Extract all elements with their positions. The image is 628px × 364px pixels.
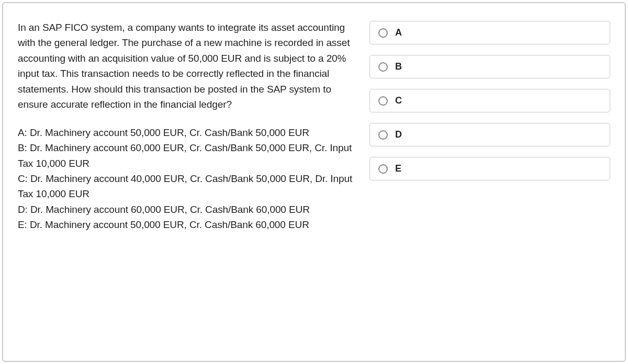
- option-c[interactable]: C: [369, 89, 610, 112]
- option-a[interactable]: A: [369, 21, 610, 44]
- option-label-c: C: [395, 95, 402, 106]
- option-label-b: B: [395, 61, 402, 72]
- option-label-e: E: [395, 163, 401, 174]
- answer-descriptions: A: Dr. Machinery account 50,000 EUR, Cr.…: [18, 125, 353, 233]
- option-d[interactable]: D: [369, 123, 610, 146]
- options-column: A B C D E: [369, 20, 610, 344]
- question-column: In an SAP FICO system, a company wants t…: [18, 20, 353, 344]
- answer-description-a: A: Dr. Machinery account 50,000 EUR, Cr.…: [18, 125, 353, 140]
- option-label-a: A: [395, 27, 402, 38]
- radio-icon: [378, 130, 388, 140]
- radio-icon: [378, 62, 388, 72]
- question-text: In an SAP FICO system, a company wants t…: [18, 20, 353, 112]
- answer-description-c: C: Dr. Machinery account 40,000 EUR, Cr.…: [18, 171, 353, 202]
- answer-description-e: E: Dr. Machinery account 50,000 EUR, Cr.…: [18, 217, 353, 232]
- option-e[interactable]: E: [369, 157, 610, 180]
- quiz-container: In an SAP FICO system, a company wants t…: [2, 2, 626, 362]
- radio-icon: [378, 28, 388, 38]
- answer-description-b: B: Dr. Machinery account 60,000 EUR, Cr.…: [18, 140, 353, 171]
- answer-description-d: D: Dr. Machinery account 60,000 EUR, Cr.…: [18, 202, 353, 217]
- option-label-d: D: [395, 129, 402, 140]
- radio-icon: [378, 164, 388, 174]
- option-b[interactable]: B: [369, 55, 610, 78]
- radio-icon: [378, 96, 388, 106]
